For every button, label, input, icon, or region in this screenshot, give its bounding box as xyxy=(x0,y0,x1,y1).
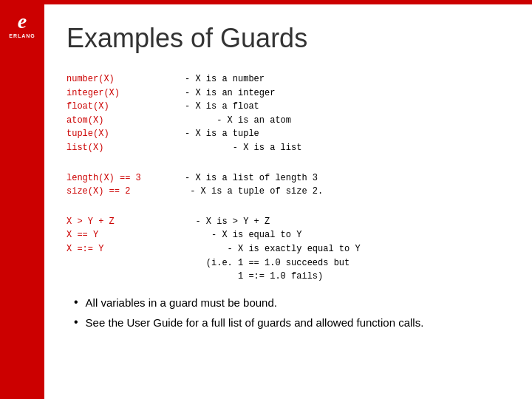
code-line: integer(X) - X is an integer xyxy=(66,86,510,100)
code-left: list(X) xyxy=(66,141,185,155)
gap1 xyxy=(66,163,510,171)
code-right: 1 =:= 1.0 fails) xyxy=(185,270,323,284)
code-line: X > Y + Z - X is > Y + Z xyxy=(66,215,510,229)
code-line: X == Y - X is equal to Y xyxy=(66,228,510,242)
code-left: X =:= Y xyxy=(66,242,185,256)
code-line: X =:= Y - X is exactly equal to Y xyxy=(66,242,510,256)
code-right: - X is exactly equal to Y xyxy=(185,242,361,256)
code-right: - X is a tuple of size 2. xyxy=(185,185,323,199)
left-sidebar xyxy=(0,44,44,399)
code-right: - X is an integer xyxy=(185,86,275,100)
code-right: (i.e. 1 == 1.0 succeeds but xyxy=(185,256,349,270)
code-left xyxy=(66,270,185,284)
bullet-dot-2: • xyxy=(74,316,78,329)
code-right: - X is > Y + Z xyxy=(185,215,270,229)
code-left: integer(X) xyxy=(66,86,185,100)
code-block-3: X > Y + Z - X is > Y + Z X == Y - X is e… xyxy=(66,215,510,284)
code-right: - X is a number xyxy=(185,72,265,86)
code-right: - X is a list xyxy=(185,141,301,155)
code-line: (i.e. 1 == 1.0 succeeds but xyxy=(66,256,510,270)
erlang-label: ERLANG xyxy=(9,33,35,38)
bullet-dot-1: • xyxy=(74,296,78,309)
bullet-text-1: All variables in a guard must be bound. xyxy=(86,295,277,310)
code-left: X > Y + Z xyxy=(66,215,185,229)
bullets-section: • All variables in a guard must be bound… xyxy=(66,295,510,330)
code-right: - X is an atom xyxy=(185,114,291,128)
code-left: tuple(X) xyxy=(66,127,185,141)
erlang-logo: e ERLANG xyxy=(0,4,44,44)
code-left: number(X) xyxy=(66,72,185,86)
logo-area: e ERLANG xyxy=(0,4,44,44)
bullet-text-2: See the User Guide for a full list of gu… xyxy=(86,315,424,330)
erlang-e-letter: e xyxy=(18,11,27,32)
code-line: length(X) == 3 - X is a list of length 3 xyxy=(66,171,510,185)
code-left: X == Y xyxy=(66,228,185,242)
code-line: atom(X) - X is an atom xyxy=(66,114,510,128)
main-content: Examples of Guards number(X) - X is a nu… xyxy=(44,4,532,399)
code-block-2: length(X) == 3 - X is a list of length 3… xyxy=(66,171,510,199)
code-left: length(X) == 3 xyxy=(66,171,185,185)
page-title: Examples of Guards xyxy=(66,23,510,54)
code-block-1: number(X) - X is a number integer(X) - X… xyxy=(66,72,510,155)
code-right: - X is equal to Y xyxy=(185,228,301,242)
bullet-item-2: • See the User Guide for a full list of … xyxy=(74,315,510,330)
code-line: number(X) - X is a number xyxy=(66,72,510,86)
code-line: tuple(X) - X is a tuple xyxy=(66,127,510,141)
code-line: 1 =:= 1.0 fails) xyxy=(66,270,510,284)
code-right: - X is a float xyxy=(185,100,259,114)
bullet-item-1: • All variables in a guard must be bound… xyxy=(74,295,510,310)
code-left: atom(X) xyxy=(66,114,185,128)
gap2 xyxy=(66,206,510,215)
code-left xyxy=(66,256,185,270)
code-right: - X is a tuple xyxy=(185,127,259,141)
code-line: list(X) - X is a list xyxy=(66,141,510,155)
code-left: float(X) xyxy=(66,100,185,114)
code-right: - X is a list of length 3 xyxy=(185,171,318,185)
code-left: size(X) == 2 xyxy=(66,185,185,199)
code-line: float(X) - X is a float xyxy=(66,100,510,114)
code-line: size(X) == 2 - X is a tuple of size 2. xyxy=(66,185,510,199)
